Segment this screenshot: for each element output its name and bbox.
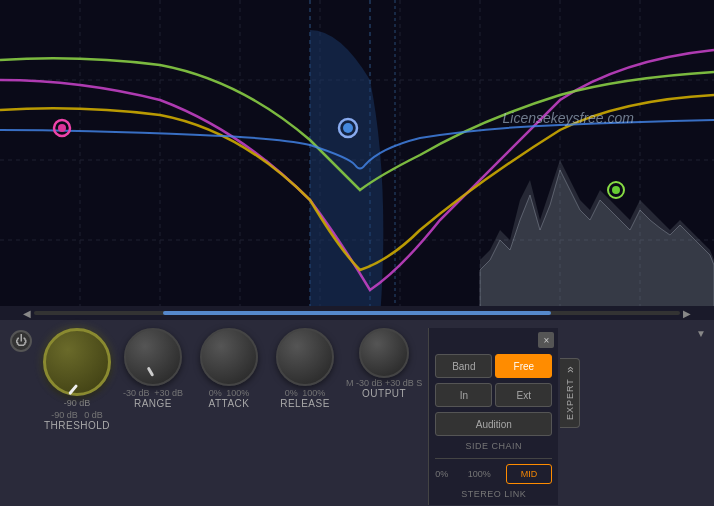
output-label: OUTPUT — [362, 388, 406, 399]
attack-knob-group: 0% 100% ATTACK — [194, 328, 264, 409]
attack-min-label: 0% — [209, 388, 222, 398]
svg-point-16 — [58, 124, 66, 132]
watermark: Licensekeysfree.com — [502, 110, 634, 126]
range-knob[interactable] — [124, 328, 182, 386]
range-min-label: -30 dB — [123, 388, 150, 398]
in-button[interactable]: In — [435, 383, 492, 407]
release-label: RELEASE — [280, 398, 330, 409]
range-knob-group: -30 dB +30 dB RANGE — [118, 328, 188, 409]
dropdown-arrow[interactable]: ▼ — [696, 328, 706, 339]
attack-label: ATTACK — [209, 398, 250, 409]
power-btn-area — [10, 328, 32, 352]
output-knob-group: M -30 dB +30 dB S OUTPUT — [346, 328, 422, 399]
graph-area: ◀ ▶ Licensekeysfree.com — [0, 0, 714, 320]
scrollbar-thumb[interactable] — [163, 311, 551, 315]
stereo-min: 0% — [435, 469, 448, 479]
stereo-link-row: 0% 100% MID — [435, 464, 552, 484]
attack-knob[interactable] — [200, 328, 258, 386]
band-button[interactable]: Band — [435, 354, 492, 378]
release-max-label: 100% — [302, 388, 325, 398]
close-button[interactable]: × — [538, 332, 554, 348]
bottom-panel: -90 dB 0 dB -90 dB 0 dB THRESHOLD -30 dB… — [0, 320, 714, 506]
attack-knob-wrapper[interactable] — [200, 328, 258, 386]
stereo-max: 100% — [468, 469, 491, 479]
scroll-left-arrow[interactable]: ◀ — [20, 306, 34, 320]
expert-tab[interactable]: EXPERT » — [560, 358, 580, 428]
scroll-right-arrow[interactable]: ▶ — [680, 306, 694, 320]
power-button[interactable] — [10, 330, 32, 352]
expert-label: EXPERT » — [563, 365, 577, 420]
scrollbar-track[interactable] — [34, 311, 680, 315]
svg-point-20 — [612, 186, 620, 194]
release-knob[interactable] — [276, 328, 334, 386]
range-max-label: +30 dB — [154, 388, 183, 398]
in-ext-row: In Ext — [435, 383, 552, 407]
release-knob-group: 0% 100% RELEASE — [270, 328, 340, 409]
ext-button[interactable]: Ext — [495, 383, 552, 407]
threshold-knob-wrapper[interactable] — [43, 328, 111, 396]
right-panel: × Band Free In Ext Audition SIDE CHAIN 0… — [428, 328, 558, 505]
range-knob-wrapper[interactable] — [124, 328, 182, 386]
release-min-label: 0% — [285, 388, 298, 398]
main-container: ◀ ▶ Licensekeysfree.com -90 — [0, 0, 714, 506]
threshold-knob[interactable] — [43, 328, 111, 396]
threshold-range: -90 dB — [64, 398, 91, 409]
output-knob-wrapper[interactable] — [359, 328, 409, 378]
free-button[interactable]: Free — [495, 354, 552, 378]
threshold-min-label: -90 dB — [51, 410, 78, 420]
controls-area: -90 dB 0 dB -90 dB 0 dB THRESHOLD -30 dB… — [0, 320, 714, 506]
band-free-row: Band Free — [435, 354, 552, 378]
threshold-label: THRESHOLD — [44, 420, 110, 431]
stereo-mid-button[interactable]: MID — [506, 464, 553, 484]
output-knob[interactable] — [359, 328, 409, 378]
threshold-max-label: 0 dB — [84, 410, 103, 420]
threshold-knob-group: -90 dB 0 dB -90 dB 0 dB THRESHOLD — [42, 328, 112, 431]
graph-svg — [0, 0, 714, 320]
attack-max-label: 100% — [226, 388, 249, 398]
svg-point-18 — [343, 123, 353, 133]
output-max-label: +30 dB S — [385, 378, 422, 388]
output-min-label: M -30 dB — [346, 378, 383, 388]
side-chain-label: SIDE CHAIN — [435, 441, 552, 451]
audition-button[interactable]: Audition — [435, 412, 552, 436]
range-label: RANGE — [134, 398, 172, 409]
stereo-link-label: STEREO LINK — [435, 489, 552, 499]
graph-scrollbar[interactable]: ◀ ▶ — [0, 306, 714, 320]
release-knob-wrapper[interactable] — [276, 328, 334, 386]
